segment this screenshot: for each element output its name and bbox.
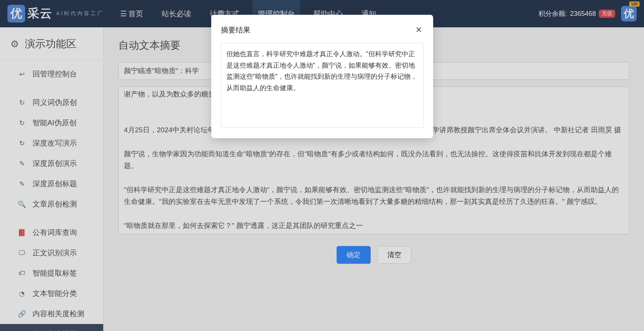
modal-body[interactable]: 但她也直言，科学研究中难题才真正令人激动。"但科学研究中正是这些难题才真正地令人… (221, 43, 424, 128)
summary-modal: 摘要结果 ✕ 但她也直言，科学研究中难题才真正令人激动。"但科学研究中正是这些难… (211, 15, 433, 138)
modal-overlay[interactable]: 摘要结果 ✕ 但她也直言，科学研究中难题才真正令人激动。"但科学研究中正是这些难… (0, 0, 644, 331)
modal-title: 摘要结果 (221, 25, 250, 35)
close-icon[interactable]: ✕ (414, 24, 424, 36)
modal-header: 摘要结果 ✕ (221, 24, 424, 36)
